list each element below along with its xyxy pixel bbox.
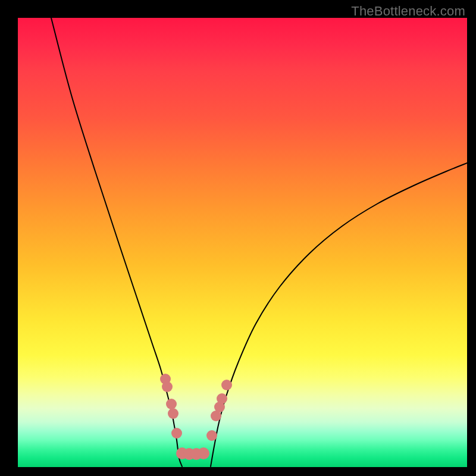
series-layer xyxy=(51,18,467,466)
marker-left-markers xyxy=(171,428,182,439)
watermark-text: TheBottleneck.com xyxy=(351,4,465,19)
chart-svg xyxy=(18,18,467,467)
outer-frame: TheBottleneck.com xyxy=(0,0,476,476)
marker-left-markers xyxy=(168,408,178,419)
marker-right-markers xyxy=(206,430,217,441)
marker-right-markers xyxy=(221,380,232,390)
marker-left-markers xyxy=(162,381,173,392)
marker-right-markers xyxy=(217,393,227,404)
curve-left-curve xyxy=(51,18,182,466)
curve-right-curve xyxy=(211,163,467,466)
marker-left-markers xyxy=(166,399,177,409)
plot-area xyxy=(18,18,467,467)
marker-bottom-strip xyxy=(198,447,209,459)
